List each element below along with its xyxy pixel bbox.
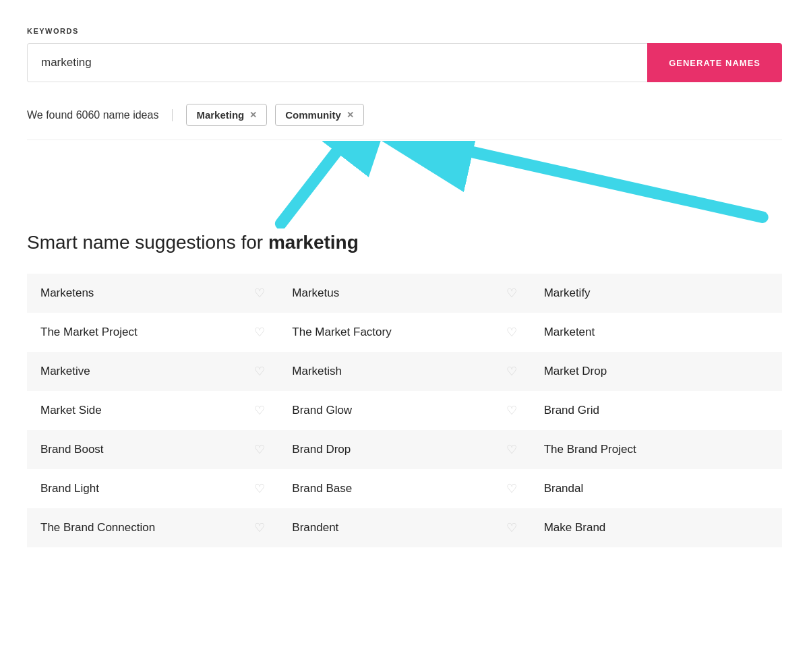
tag-community-label: Community [285, 109, 341, 121]
name-cell[interactable]: Market Side♡ [27, 391, 278, 430]
tag-marketing[interactable]: Marketing ✕ [186, 104, 267, 126]
name-text: The Brand Connection [40, 521, 155, 534]
name-cell[interactable]: Market Drop [531, 352, 782, 391]
arrows-overlay [27, 141, 782, 228]
name-cell[interactable]: The Market Project♡ [27, 313, 278, 352]
name-text: The Market Factory [292, 326, 391, 339]
suggestions-prefix: Smart name suggestions for [27, 232, 268, 253]
results-count: We found 6060 name ideas [27, 109, 173, 121]
names-table: Marketens♡Marketus♡MarketifyThe Market P… [27, 274, 782, 547]
name-text: Marketens [40, 286, 94, 300]
name-text: Marketive [40, 365, 90, 378]
heart-icon[interactable]: ♡ [506, 325, 517, 340]
heart-icon[interactable]: ♡ [254, 364, 265, 379]
suggestions-title: Smart name suggestions for marketing [27, 232, 782, 253]
name-text: Marketus [292, 286, 339, 300]
generate-button[interactable]: GENERATE NAMES [647, 43, 782, 82]
name-cell[interactable]: Brand Base♡ [278, 469, 530, 508]
keywords-label: KEYWORDS [27, 27, 782, 35]
name-cell[interactable]: The Brand Connection♡ [27, 508, 278, 547]
name-cell[interactable]: Brand Grid [531, 391, 782, 430]
heart-icon[interactable]: ♡ [506, 481, 517, 496]
heart-icon[interactable]: ♡ [254, 442, 265, 457]
name-cell[interactable]: Brandal [531, 469, 782, 508]
name-text: The Market Project [40, 326, 138, 339]
name-cell[interactable]: Marketish♡ [278, 352, 530, 391]
name-text: Marketent [544, 326, 595, 339]
name-text: Brandent [292, 521, 338, 534]
name-text: Market Drop [544, 365, 607, 378]
name-cell[interactable]: Brand Boost♡ [27, 430, 278, 469]
heart-icon[interactable]: ♡ [506, 442, 517, 457]
tag-marketing-close[interactable]: ✕ [249, 111, 257, 119]
heart-icon[interactable]: ♡ [506, 364, 517, 379]
name-text: Brandal [544, 482, 584, 495]
name-text: Brand Boost [40, 443, 104, 456]
name-cell[interactable]: Marketus♡ [278, 274, 530, 313]
results-row: We found 6060 name ideas Marketing ✕ Com… [27, 104, 782, 140]
heart-icon[interactable]: ♡ [506, 286, 517, 301]
name-text: Brand Base [292, 482, 352, 495]
name-text: Brand Drop [292, 443, 351, 456]
tag-community[interactable]: Community ✕ [275, 104, 364, 126]
name-text: Brand Grid [544, 404, 599, 417]
name-text: Marketify [544, 286, 591, 300]
tags-area: Marketing ✕ Community ✕ [186, 104, 363, 126]
name-cell[interactable]: The Brand Project [531, 430, 782, 469]
heart-icon[interactable]: ♡ [254, 325, 265, 340]
name-cell[interactable]: Brand Light♡ [27, 469, 278, 508]
name-cell[interactable]: The Market Factory♡ [278, 313, 530, 352]
name-text: Marketish [292, 365, 342, 378]
search-row: GENERATE NAMES [27, 43, 782, 82]
search-input[interactable] [27, 43, 647, 82]
name-cell[interactable]: Marketive♡ [27, 352, 278, 391]
name-text: Brand Glow [292, 404, 352, 417]
name-cell[interactable]: Brand Glow♡ [278, 391, 530, 430]
tag-community-close[interactable]: ✕ [347, 111, 354, 119]
name-cell[interactable]: Brandent♡ [278, 508, 530, 547]
heart-icon[interactable]: ♡ [254, 481, 265, 496]
name-cell[interactable]: Brand Drop♡ [278, 430, 530, 469]
name-text: Brand Light [40, 482, 99, 495]
name-text: Market Side [40, 404, 102, 417]
heart-icon[interactable]: ♡ [254, 403, 265, 418]
name-cell[interactable]: Marketify [531, 274, 782, 313]
heart-icon[interactable]: ♡ [506, 403, 517, 418]
tag-marketing-label: Marketing [196, 109, 244, 121]
heart-icon[interactable]: ♡ [254, 286, 265, 301]
svg-line-2 [281, 152, 336, 224]
suggestions-keyword: marketing [268, 232, 359, 253]
name-cell[interactable]: Marketens♡ [27, 274, 278, 313]
name-cell[interactable]: Marketent [531, 313, 782, 352]
name-text: Make Brand [544, 521, 606, 534]
name-cell[interactable]: Make Brand [531, 508, 782, 547]
name-text: The Brand Project [544, 443, 636, 456]
svg-line-3 [473, 152, 762, 218]
heart-icon[interactable]: ♡ [506, 520, 517, 535]
heart-icon[interactable]: ♡ [254, 520, 265, 535]
